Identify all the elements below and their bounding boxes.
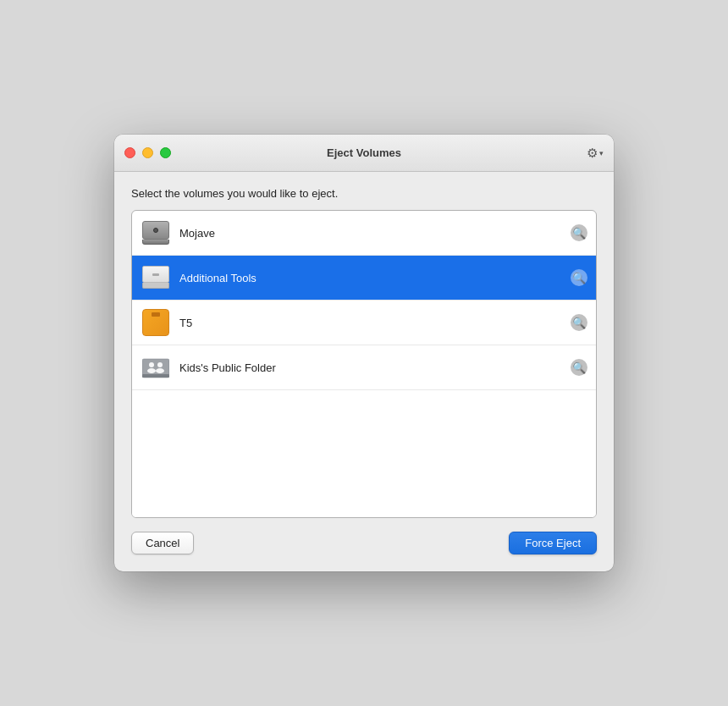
volume-name: T5 — [179, 317, 571, 329]
volume-list-empty-area — [132, 390, 596, 517]
volume-name: Kids's Public Folder — [179, 361, 571, 374]
volume-row[interactable]: Kids's Public Folder 🔍 — [132, 345, 596, 390]
volume-icon-additional-tools — [141, 262, 171, 293]
volume-info-button[interactable]: 🔍 — [571, 269, 587, 286]
volume-info-button[interactable]: 🔍 — [571, 224, 587, 241]
volume-row[interactable]: Additional Tools 🔍 — [132, 256, 596, 301]
eject-volumes-window: Eject Volumes ⚙ ▾ Select the volumes you… — [114, 135, 614, 571]
svg-point-5 — [156, 368, 164, 373]
minimize-button[interactable] — [142, 147, 153, 158]
window-title: Eject Volumes — [327, 146, 401, 159]
instruction-text: Select the volumes you would like to eje… — [131, 187, 597, 200]
titlebar: Eject Volumes ⚙ ▾ — [114, 135, 614, 172]
volume-name: Additional Tools — [179, 272, 571, 284]
gear-menu-button[interactable]: ⚙ ▾ — [587, 146, 604, 161]
volume-icon-kids-public-folder — [141, 352, 171, 383]
search-icon: 🔍 — [572, 317, 586, 329]
cancel-button[interactable]: Cancel — [131, 532, 194, 554]
svg-point-3 — [147, 368, 156, 373]
force-eject-button[interactable]: Force Eject — [509, 532, 597, 554]
volume-row[interactable]: Mojave 🔍 — [132, 211, 596, 256]
svg-point-4 — [157, 362, 163, 367]
search-icon: 🔍 — [572, 272, 586, 284]
volume-icon-mojave — [141, 218, 171, 248]
volume-info-button[interactable]: 🔍 — [571, 314, 587, 331]
volume-list: Mojave 🔍 Additional Tools 🔍 — [131, 210, 597, 518]
network-folder-icon — [142, 356, 169, 379]
volume-row[interactable]: T5 🔍 — [132, 301, 596, 345]
volume-info-button[interactable]: 🔍 — [571, 359, 587, 376]
button-row: Cancel Force Eject — [131, 532, 597, 554]
search-icon: 🔍 — [572, 361, 586, 374]
svg-point-2 — [149, 362, 154, 367]
gear-icon: ⚙ — [587, 146, 598, 161]
maximize-button[interactable] — [160, 147, 171, 158]
search-icon: 🔍 — [572, 227, 586, 240]
traffic-lights — [124, 147, 171, 158]
main-content: Select the volumes you would like to eje… — [114, 172, 614, 571]
close-button[interactable] — [124, 147, 135, 158]
chevron-down-icon: ▾ — [599, 149, 604, 157]
volume-name: Mojave — [179, 227, 571, 240]
svg-rect-1 — [142, 374, 169, 378]
volume-icon-t5 — [141, 307, 171, 338]
